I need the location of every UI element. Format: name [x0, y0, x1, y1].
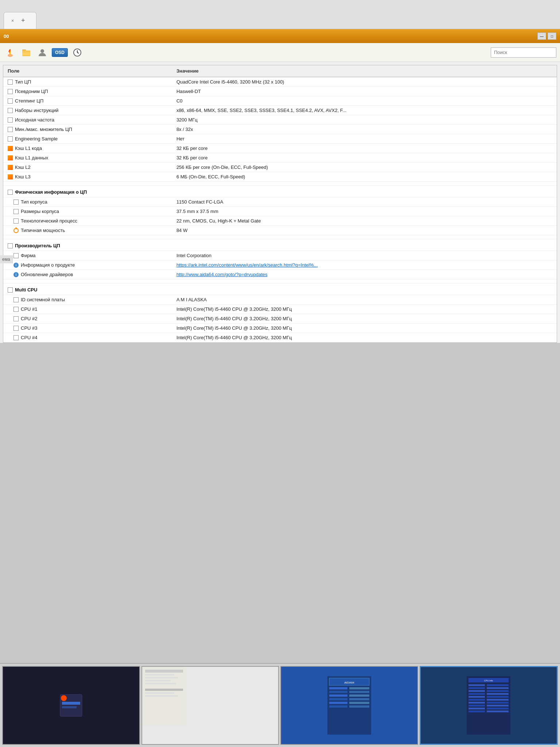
svg-rect-56: [468, 705, 485, 707]
thumbnail-3[interactable]: AIDA64: [280, 666, 418, 745]
field-cell: Исходная частота: [3, 115, 172, 125]
table-row: Технологический процесс 22 nm, CMOS, Cu,…: [3, 216, 557, 226]
thumbnail-1[interactable]: [2, 666, 140, 745]
svg-rect-12: [62, 706, 77, 708]
folder-icon[interactable]: [20, 46, 33, 59]
svg-rect-20: [145, 689, 183, 691]
svg-rect-28: [349, 687, 369, 689]
svg-rect-50: [468, 696, 485, 698]
cache-icon: [8, 146, 13, 151]
checkbox-icon: [13, 218, 19, 224]
svg-rect-36: [349, 702, 369, 704]
table-row: Кэш L1 данных 32 КБ per core: [3, 153, 557, 163]
value-cell: Intel(R) Core(TM) i5-4460 CPU @ 3.20GHz,…: [172, 305, 557, 314]
flame-icon[interactable]: [4, 46, 17, 59]
checkbox-icon: [8, 108, 13, 113]
table-row: Мин./макс. множитель ЦП 8x / 32x: [3, 125, 557, 134]
field-label: Типичная мощность: [21, 228, 65, 233]
person-icon[interactable]: [36, 46, 49, 59]
cache-icon: [8, 165, 13, 170]
thumbnail-2[interactable]: [141, 666, 279, 745]
svg-rect-18: [145, 680, 171, 681]
svg-text:AIDA64: AIDA64: [344, 681, 354, 684]
table-row: Степпинг ЦП C0: [3, 96, 557, 106]
svg-rect-15: [145, 670, 183, 673]
field-cell: i Обновление драйверов: [3, 270, 172, 279]
info-icon: i: [13, 272, 19, 277]
clock-icon[interactable]: [71, 46, 84, 59]
field-cell: ID системной платы: [3, 295, 172, 305]
value-cell: https://ark.intel.com/content/www/us/en/…: [172, 260, 557, 270]
svg-rect-30: [349, 691, 369, 693]
field-label: Размеры корпуса: [21, 209, 59, 214]
value-cell: Intel(R) Core(TM) i5-4460 CPU @ 3.20GHz,…: [172, 333, 557, 342]
value-cell: 37.5 mm x 37.5 mm: [172, 207, 557, 216]
value-cell: Intel Corporation: [172, 251, 557, 260]
checkbox-icon: [13, 307, 19, 312]
table-row: Кэш L1 кода 32 КБ per core: [3, 144, 557, 153]
field-label: Тип ЦП: [15, 79, 31, 85]
svg-rect-54: [468, 702, 485, 704]
field-cell: CPU #1: [3, 305, 172, 314]
table-row: CPU #4 Intel(R) Core(TM) i5-4460 CPU @ 3…: [3, 333, 557, 342]
maximize-button[interactable]: □: [548, 32, 556, 40]
cpu-info-table: Поле Значение Тип ЦП QuadCore Intel Core…: [3, 65, 557, 342]
checkbox-icon: [8, 136, 13, 142]
physical-section-header: Физическая информация о ЦП: [3, 186, 557, 197]
value-cell: 32 КБ per core: [172, 153, 557, 163]
value-cell: A M I ALASKA: [172, 295, 557, 305]
svg-rect-33: [329, 698, 347, 700]
field-cell: CPU #2: [3, 314, 172, 324]
field-cell: Наборы инструкций: [3, 106, 172, 115]
svg-point-13: [61, 695, 67, 701]
section-label: Физическая информация о ЦП: [15, 189, 87, 195]
search-area: [491, 47, 556, 58]
browser-tab-bar: × +: [0, 0, 560, 29]
field-cell: Фирма: [3, 251, 172, 260]
minimize-button[interactable]: —: [537, 32, 546, 40]
link-value[interactable]: http://www.aida64.com/goto/?p=drvupdates: [176, 272, 268, 277]
field-cell: Кэш L3: [3, 172, 172, 182]
svg-rect-31: [329, 694, 347, 697]
checkbox-icon: [13, 297, 19, 302]
svg-rect-16: [145, 674, 174, 676]
table-row: i Обновление драйверов http://www.aida64…: [3, 270, 557, 279]
tab-add-btn[interactable]: +: [18, 15, 29, 26]
field-label: Кэш L1 данных: [15, 155, 48, 160]
field-label: Обновление драйверов: [21, 272, 73, 277]
svg-rect-60: [468, 711, 485, 712]
value-cell: 8x / 32x: [172, 125, 557, 134]
link-value[interactable]: https://ark.intel.com/content/www/us/en/…: [176, 262, 318, 268]
search-input[interactable]: [491, 47, 556, 58]
field-cell: Мин./макс. множитель ЦП: [3, 125, 172, 134]
table-row: Размеры корпуса 37.5 mm x 37.5 mm: [3, 207, 557, 216]
osd-button[interactable]: OSD: [52, 48, 68, 57]
field-cell: CPU #3: [3, 324, 172, 333]
thumbnail-4[interactable]: CPU Info: [420, 666, 558, 745]
svg-text:CPU Info: CPU Info: [484, 680, 493, 682]
checkbox-icon: [13, 253, 19, 258]
field-label: Наборы инструкций: [15, 108, 59, 113]
svg-rect-45: [487, 687, 509, 689]
svg-point-5: [40, 49, 44, 53]
tab-close-icon[interactable]: ×: [11, 18, 14, 23]
field-cell: Кэш L2: [3, 163, 172, 172]
svg-rect-51: [487, 696, 509, 698]
checkbox-icon: [8, 190, 13, 195]
thumbnails-bar: AIDA64 CPU Info: [0, 663, 560, 747]
svg-rect-11: [62, 702, 80, 705]
field-label: Степпинг ЦП: [15, 98, 43, 104]
checkbox-icon: [13, 335, 19, 340]
browser-tab[interactable]: × +: [4, 12, 36, 29]
value-cell: x86, x86-64, MMX, SSE, SSE2, SSE3, SSSE3…: [172, 106, 557, 115]
col-field-header: Поле: [3, 65, 172, 77]
table-row: Кэш L3 6 МБ (On-Die, ECC, Full-Speed): [3, 172, 557, 182]
field-cell: CPU #4: [3, 333, 172, 342]
window-controls: — □: [537, 32, 556, 40]
table-row: Тип корпуса 1150 Contact FC-LGA: [3, 197, 557, 207]
section-label: Multi CPU: [15, 287, 37, 293]
field-cell: Кэш L1 данных: [3, 153, 172, 163]
checkbox-icon: [13, 316, 19, 321]
checkbox-icon: [13, 209, 19, 214]
checkbox-icon: [8, 89, 13, 94]
